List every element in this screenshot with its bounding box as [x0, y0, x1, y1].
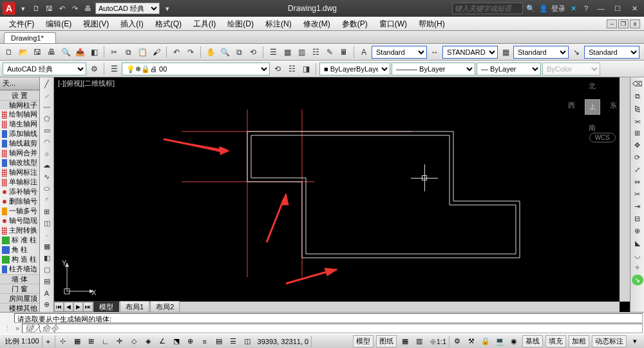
join-icon[interactable]: ⊕	[632, 226, 643, 237]
ellipse-icon[interactable]: ⬭	[41, 183, 53, 194]
qat-redo-icon[interactable]: ↷	[70, 3, 80, 14]
mirror-icon[interactable]: ⧎	[632, 103, 643, 114]
zoom-rt-icon[interactable]: 🔍	[218, 46, 231, 59]
sb-3dosnap-icon[interactable]: ◈	[142, 336, 155, 347]
palette-item-13[interactable]: 轴号隐现	[0, 216, 39, 226]
app-logo[interactable]: A	[3, 2, 15, 15]
status-green-icon[interactable]: ↘	[632, 275, 643, 285]
sb-dyn-icon[interactable]: ⊕	[184, 336, 197, 347]
vertical-scrollbar[interactable]	[620, 77, 630, 302]
properties-icon[interactable]: ☰	[267, 46, 279, 59]
undo-icon[interactable]: ↶	[170, 46, 183, 59]
layer-iso-icon[interactable]: ◨	[299, 63, 312, 75]
menu-dimension[interactable]: 标注(N)	[260, 17, 297, 31]
sb-qp-icon[interactable]: ☰	[227, 336, 240, 347]
sheet-icon[interactable]: ☷	[309, 46, 322, 59]
open-icon[interactable]: 📂	[17, 46, 30, 59]
qat-print-icon[interactable]: 🖶	[82, 3, 93, 14]
sb-hw-icon[interactable]: 💻	[493, 336, 506, 347]
calc-icon[interactable]: 🖩	[337, 46, 350, 59]
line-icon[interactable]: ╱	[41, 79, 53, 90]
extend-icon[interactable]: ⇥	[632, 201, 643, 212]
publish-icon[interactable]: 📤	[73, 46, 86, 59]
sb-annovis-icon[interactable]: ⚙	[451, 336, 464, 347]
wcs-badge[interactable]: WCS	[589, 133, 616, 142]
preview-icon[interactable]: 🔍	[59, 46, 72, 59]
palette-item-11[interactable]: 删除轴号	[0, 197, 39, 206]
mleader-style-select[interactable]: Standard	[584, 46, 639, 59]
3ddwf-icon[interactable]: ◧	[88, 46, 100, 59]
menu-window[interactable]: 窗口(W)	[374, 17, 412, 31]
layer-state-icon[interactable]: ☷	[285, 63, 298, 75]
menu-file[interactable]: 文件(F)	[4, 17, 39, 31]
mdi-close-button[interactable]: x	[630, 19, 640, 28]
mdi-minimize-button[interactable]: –	[607, 19, 617, 28]
block-icon[interactable]: ◫	[41, 218, 53, 229]
paste-icon[interactable]: 📋	[136, 46, 149, 59]
sb-qv-icon[interactable]: ▦	[399, 336, 412, 347]
cut-icon[interactable]: ✂	[108, 46, 120, 59]
menu-parametric[interactable]: 参数(P)	[337, 17, 373, 31]
dc-icon[interactable]: ▦	[281, 46, 294, 59]
explode-icon[interactable]: ✧	[632, 262, 643, 273]
erase-icon[interactable]: ⌫	[632, 79, 643, 90]
redo-icon[interactable]: ↷	[184, 46, 197, 59]
palette-item-20[interactable]: 门 窗	[0, 284, 39, 293]
layout-tab-1[interactable]: 布局1	[120, 301, 149, 313]
exchange-icon[interactable]: ✕	[568, 3, 578, 14]
fillet-icon[interactable]: ◡	[632, 250, 643, 261]
document-tab[interactable]: Drawing1*	[4, 32, 56, 43]
help-search-input[interactable]	[452, 3, 523, 14]
sb-polar-icon[interactable]: ✛	[113, 336, 126, 347]
mtext-icon[interactable]: A	[41, 287, 53, 298]
spline-icon[interactable]: ∿	[41, 171, 53, 182]
menu-modify[interactable]: 修改(M)	[298, 17, 336, 31]
menu-tools[interactable]: 工具(I)	[188, 17, 221, 31]
circle-icon[interactable]: ○	[41, 148, 53, 159]
copy-icon[interactable]: ⧉	[122, 46, 135, 59]
pline-icon[interactable]: 〰	[41, 102, 53, 113]
palette-item-16[interactable]: 角 柱	[0, 245, 39, 255]
sb-osnap-icon[interactable]: ◇	[128, 336, 140, 347]
minimize-button[interactable]: —	[594, 3, 608, 14]
xline-icon[interactable]: ⟋	[41, 90, 53, 101]
table-style-select[interactable]: Standard	[513, 46, 569, 59]
sb-grid-icon[interactable]: ⊞	[85, 336, 98, 347]
qat-new-icon[interactable]: ▾	[18, 3, 28, 14]
status-coords[interactable]: 39393, 32311, 0	[255, 336, 312, 347]
layout-tab-2[interactable]: 布局2	[150, 301, 180, 313]
region-icon[interactable]: ▢	[41, 264, 53, 275]
point-icon[interactable]: ·	[41, 229, 53, 240]
layout-tab-model[interactable]: 模型	[93, 301, 119, 313]
rotate-icon[interactable]: ⟳	[632, 152, 643, 163]
signin-label[interactable]: 登录	[551, 3, 565, 14]
menu-edit[interactable]: 编辑(E)	[41, 17, 77, 31]
palette-item-0[interactable]: 设 置	[0, 90, 39, 100]
qat-save-icon[interactable]: 🖫	[44, 3, 54, 14]
chamfer-icon[interactable]: ◣	[632, 238, 643, 249]
workspace-combo[interactable]: AutoCAD 经典	[3, 63, 86, 75]
text-style-select[interactable]: Standard	[372, 46, 427, 59]
plotstyle-select[interactable]: ByColor	[542, 63, 600, 75]
sb-toggle-b[interactable]: 填充	[545, 335, 566, 347]
sb-clean-icon[interactable]: ▾	[629, 336, 641, 347]
sb-snap-icon[interactable]: ▦	[71, 336, 84, 347]
sb-toggle-a[interactable]: 基线	[522, 335, 543, 347]
addselected-icon[interactable]: ⊕	[41, 299, 53, 310]
zoom-win-icon[interactable]: ⧉	[232, 46, 245, 59]
sb-infer-icon[interactable]: ⊹	[57, 336, 70, 347]
palette-item-12[interactable]: 一轴多号	[0, 206, 39, 216]
palette-item-22[interactable]: 楼梯其他	[0, 303, 39, 313]
tool-palette-icon[interactable]: ▥	[295, 46, 308, 59]
layer-prev-icon[interactable]: ⟲	[271, 63, 284, 75]
command-handle-icon[interactable]: ⋮	[1, 324, 13, 333]
sb-qvd-icon[interactable]: ▥	[413, 336, 426, 347]
palette-item-3[interactable]: 墙生轴网	[0, 119, 39, 129]
markup-icon[interactable]: ✎	[323, 46, 336, 59]
mleaderstyle-icon[interactable]: ↘	[570, 46, 583, 59]
insert-icon[interactable]: ⊞	[41, 206, 53, 217]
palette-item-18[interactable]: 柱齐墙边	[0, 264, 39, 274]
maximize-button[interactable]: ☐	[611, 3, 625, 14]
status-paper-button[interactable]: 图纸	[376, 335, 397, 347]
model-viewport[interactable]: [-][俯视][二维线框]	[54, 77, 630, 312]
